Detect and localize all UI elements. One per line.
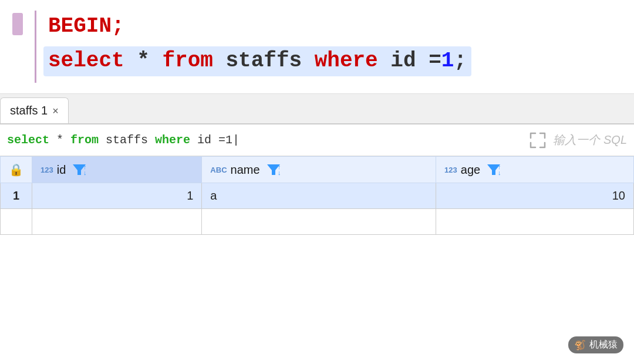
col-name-id: id bbox=[57, 163, 66, 177]
lock-icon: 🔒 bbox=[9, 163, 23, 176]
grid-header-row: 🔒 123 id ↑ ↓ bbox=[1, 157, 634, 183]
keyword-from: from bbox=[162, 49, 213, 73]
keyword-begin: BEGIN; bbox=[48, 14, 124, 38]
row-number: 1 bbox=[1, 183, 32, 209]
empty-age bbox=[436, 209, 634, 235]
expand-icon[interactable] bbox=[530, 132, 546, 149]
svg-text:↓: ↓ bbox=[278, 169, 281, 176]
col-header-age[interactable]: 123 age ↑ ↓ bbox=[436, 157, 634, 183]
cell-age[interactable]: 10 bbox=[436, 183, 634, 209]
code-lines: BEGIN; select * from staffs where id =1; bbox=[36, 11, 483, 83]
tab-close-button[interactable]: × bbox=[52, 106, 59, 116]
cell-id[interactable]: 1 bbox=[32, 183, 202, 209]
code-editor: BEGIN; select * from staffs where id =1; bbox=[0, 0, 634, 94]
grid-table: 🔒 123 id ↑ ↓ bbox=[0, 156, 634, 235]
line-gutter bbox=[0, 11, 36, 83]
type-badge-id: 123 bbox=[41, 166, 53, 174]
val-1: 1 bbox=[441, 49, 454, 73]
tab-bar: staffs 1 × bbox=[0, 94, 634, 124]
col-name-name: name bbox=[231, 163, 260, 177]
tab-staffs1[interactable]: staffs 1 × bbox=[0, 97, 69, 123]
watermark-label: 机械猿 bbox=[589, 339, 618, 351]
code-line-1: BEGIN; bbox=[48, 13, 471, 41]
qstar: * bbox=[49, 133, 70, 147]
col-header-id[interactable]: 123 id ↑ ↓ bbox=[32, 157, 202, 183]
query-display: select * from staffs where id =1| bbox=[7, 133, 522, 147]
cell-name[interactable]: a bbox=[202, 183, 436, 209]
lock-header: 🔒 bbox=[1, 157, 32, 183]
data-grid: 🔒 123 id ↑ ↓ bbox=[0, 156, 634, 235]
type-badge-age: 123 bbox=[444, 166, 457, 174]
qkw-select: select bbox=[7, 133, 49, 147]
semi: ; bbox=[454, 49, 467, 73]
filter-icon-age[interactable]: ↑ ↓ bbox=[486, 163, 501, 176]
watermark-icon: 🐒 bbox=[574, 339, 586, 350]
query-bar[interactable]: select * from staffs where id =1| 输入一个 S… bbox=[0, 124, 634, 156]
tab-label: staffs 1 bbox=[10, 104, 48, 117]
empty-row bbox=[1, 209, 634, 235]
col-id: id = bbox=[378, 49, 441, 73]
col-name-age: age bbox=[461, 163, 480, 177]
table-row[interactable]: 1 1 a 10 bbox=[1, 183, 634, 209]
filter-icon-name[interactable]: ↑ ↓ bbox=[266, 163, 281, 176]
filter-icon-id[interactable]: ↑ ↓ bbox=[72, 163, 87, 176]
keyword-select: select bbox=[48, 49, 124, 73]
gutter-marker bbox=[12, 13, 23, 35]
col-header-name[interactable]: ABC name ↑ ↓ bbox=[202, 157, 436, 183]
qcursor: | bbox=[232, 133, 240, 147]
svg-text:↓: ↓ bbox=[83, 169, 87, 176]
qrest: id =1 bbox=[190, 133, 232, 147]
sql-placeholder: 输入一个 SQL bbox=[553, 132, 627, 148]
empty-id bbox=[32, 209, 202, 235]
empty-name bbox=[202, 209, 436, 235]
qkw-where: where bbox=[155, 133, 190, 147]
op-star: * bbox=[124, 49, 163, 73]
table-name: staffs bbox=[213, 49, 315, 73]
code-line-2: select * from staffs where id =1; bbox=[43, 46, 471, 76]
qkw-from: from bbox=[70, 133, 99, 147]
type-badge-name: ABC bbox=[210, 166, 227, 174]
empty-lock bbox=[1, 209, 32, 235]
qtable: staffs bbox=[99, 133, 155, 147]
keyword-where: where bbox=[315, 49, 378, 73]
watermark: 🐒 机械猿 bbox=[568, 336, 623, 353]
svg-text:↓: ↓ bbox=[498, 169, 501, 176]
